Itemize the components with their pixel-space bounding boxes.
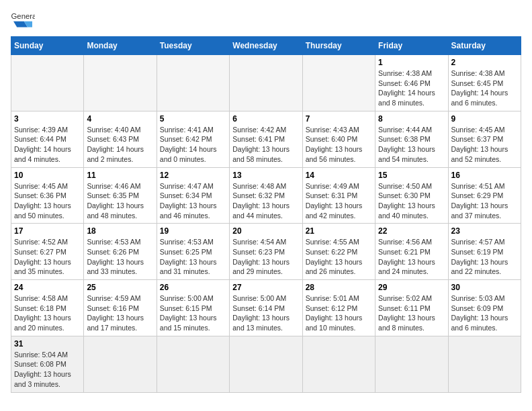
day-info: Sunrise: 4:42 AM Sunset: 6:41 PM Dayligh… [232,125,299,165]
day-info: Sunrise: 5:03 AM Sunset: 6:09 PM Dayligh… [451,293,518,333]
calendar-cell: 21Sunrise: 4:55 AM Sunset: 6:22 PM Dayli… [302,224,375,280]
calendar-cell: 16Sunrise: 4:51 AM Sunset: 6:29 PM Dayli… [448,167,521,224]
day-number: 24 [14,283,81,292]
calendar-cell: 30Sunrise: 5:03 AM Sunset: 6:09 PM Dayli… [448,280,521,336]
day-info: Sunrise: 4:54 AM Sunset: 6:23 PM Dayligh… [232,237,299,277]
calendar-cell [230,55,302,111]
calendar-week-row: 24Sunrise: 4:58 AM Sunset: 6:18 PM Dayli… [11,280,521,336]
day-number: 7 [306,114,372,124]
calendar-cell [302,55,375,111]
day-info: Sunrise: 4:52 AM Sunset: 6:27 PM Dayligh… [14,237,81,277]
day-info: Sunrise: 4:45 AM Sunset: 6:37 PM Dayligh… [451,125,518,165]
day-number: 6 [232,114,299,124]
generalblue-logo-icon: General [11,11,35,30]
calendar-cell [375,336,448,392]
day-info: Sunrise: 4:39 AM Sunset: 6:44 PM Dayligh… [14,125,81,165]
calendar-cell: 23Sunrise: 4:57 AM Sunset: 6:19 PM Dayli… [448,224,521,280]
calendar-week-row: 1Sunrise: 4:38 AM Sunset: 6:46 PM Daylig… [11,55,521,111]
day-info: Sunrise: 4:38 AM Sunset: 6:45 PM Dayligh… [451,68,518,108]
day-number: 29 [378,283,445,292]
day-number: 15 [378,171,445,180]
calendar-week-row: 31Sunrise: 5:04 AM Sunset: 6:08 PM Dayli… [11,336,521,392]
day-info: Sunrise: 5:00 AM Sunset: 6:15 PM Dayligh… [160,293,226,333]
day-info: Sunrise: 4:51 AM Sunset: 6:29 PM Dayligh… [451,181,518,221]
day-number: 13 [232,171,299,180]
day-of-week-header: Tuesday [157,37,229,55]
day-info: Sunrise: 4:49 AM Sunset: 6:31 PM Dayligh… [306,181,372,221]
calendar-cell: 13Sunrise: 4:48 AM Sunset: 6:32 PM Dayli… [230,167,302,224]
calendar-cell: 17Sunrise: 4:52 AM Sunset: 6:27 PM Dayli… [11,224,84,280]
calendar-cell: 20Sunrise: 4:54 AM Sunset: 6:23 PM Dayli… [230,224,302,280]
day-info: Sunrise: 4:38 AM Sunset: 6:46 PM Dayligh… [378,68,445,108]
day-info: Sunrise: 4:45 AM Sunset: 6:36 PM Dayligh… [14,181,81,221]
calendar-cell [448,336,521,392]
calendar-cell: 7Sunrise: 4:43 AM Sunset: 6:40 PM Daylig… [302,111,375,167]
day-info: Sunrise: 4:56 AM Sunset: 6:21 PM Dayligh… [378,237,445,277]
calendar-cell: 25Sunrise: 4:59 AM Sunset: 6:16 PM Dayli… [84,280,157,336]
day-number: 12 [160,171,226,180]
calendar-week-row: 3Sunrise: 4:39 AM Sunset: 6:44 PM Daylig… [11,111,521,167]
day-info: Sunrise: 4:59 AM Sunset: 6:16 PM Dayligh… [87,293,153,333]
calendar-cell [84,55,157,111]
day-number: 30 [451,283,518,292]
day-of-week-header: Saturday [448,37,521,55]
calendar-cell: 28Sunrise: 5:01 AM Sunset: 6:12 PM Dayli… [302,280,375,336]
day-info: Sunrise: 4:50 AM Sunset: 6:30 PM Dayligh… [378,181,445,221]
calendar-cell [157,336,229,392]
calendar-cell: 19Sunrise: 4:53 AM Sunset: 6:25 PM Dayli… [157,224,229,280]
day-info: Sunrise: 4:46 AM Sunset: 6:35 PM Dayligh… [87,181,153,221]
day-info: Sunrise: 4:43 AM Sunset: 6:40 PM Dayligh… [306,125,372,165]
calendar-cell: 11Sunrise: 4:46 AM Sunset: 6:35 PM Dayli… [84,167,157,224]
day-number: 26 [160,283,226,292]
day-info: Sunrise: 5:04 AM Sunset: 6:08 PM Dayligh… [14,350,81,390]
day-number: 27 [232,283,299,292]
day-info: Sunrise: 5:00 AM Sunset: 6:14 PM Dayligh… [232,293,299,333]
calendar-cell [302,336,375,392]
calendar-cell: 6Sunrise: 4:42 AM Sunset: 6:41 PM Daylig… [230,111,302,167]
day-info: Sunrise: 4:53 AM Sunset: 6:26 PM Dayligh… [87,237,153,277]
calendar-body: 1Sunrise: 4:38 AM Sunset: 6:46 PM Daylig… [11,55,521,393]
day-number: 9 [451,114,518,124]
calendar-cell [11,55,84,111]
day-info: Sunrise: 4:41 AM Sunset: 6:42 PM Dayligh… [160,125,226,165]
calendar-cell: 22Sunrise: 4:56 AM Sunset: 6:21 PM Dayli… [375,224,448,280]
calendar-cell: 1Sunrise: 4:38 AM Sunset: 6:46 PM Daylig… [375,55,448,111]
day-info: Sunrise: 4:44 AM Sunset: 6:38 PM Dayligh… [378,125,445,165]
day-info: Sunrise: 4:55 AM Sunset: 6:22 PM Dayligh… [306,237,372,277]
calendar-cell: 29Sunrise: 5:02 AM Sunset: 6:11 PM Dayli… [375,280,448,336]
day-info: Sunrise: 4:53 AM Sunset: 6:25 PM Dayligh… [160,237,226,277]
day-number: 3 [14,114,81,124]
calendar-cell: 31Sunrise: 5:04 AM Sunset: 6:08 PM Dayli… [11,336,84,392]
calendar-cell: 12Sunrise: 4:47 AM Sunset: 6:34 PM Dayli… [157,167,229,224]
calendar-cell: 4Sunrise: 4:40 AM Sunset: 6:43 PM Daylig… [84,111,157,167]
calendar-cell: 5Sunrise: 4:41 AM Sunset: 6:42 PM Daylig… [157,111,229,167]
calendar-cell: 9Sunrise: 4:45 AM Sunset: 6:37 PM Daylig… [448,111,521,167]
day-info: Sunrise: 5:02 AM Sunset: 6:11 PM Dayligh… [378,293,445,333]
day-number: 10 [14,171,81,180]
day-of-week-header: Friday [375,37,448,55]
day-info: Sunrise: 4:57 AM Sunset: 6:19 PM Dayligh… [451,237,518,277]
day-of-week-header: Thursday [302,37,375,55]
day-info: Sunrise: 4:47 AM Sunset: 6:34 PM Dayligh… [160,181,226,221]
day-number: 11 [87,171,153,180]
calendar-cell: 18Sunrise: 4:53 AM Sunset: 6:26 PM Dayli… [84,224,157,280]
day-of-week-header: Sunday [11,37,84,55]
calendar-week-row: 10Sunrise: 4:45 AM Sunset: 6:36 PM Dayli… [11,167,521,224]
day-number: 19 [160,226,226,236]
day-number: 16 [451,171,518,180]
calendar-cell: 10Sunrise: 4:45 AM Sunset: 6:36 PM Dayli… [11,167,84,224]
calendar-cell [84,336,157,392]
day-info: Sunrise: 5:01 AM Sunset: 6:12 PM Dayligh… [306,293,372,333]
day-number: 28 [306,283,372,292]
day-number: 31 [14,339,81,349]
day-number: 4 [87,114,153,124]
day-number: 22 [378,226,445,236]
calendar-header: SundayMondayTuesdayWednesdayThursdayFrid… [11,37,521,55]
svg-text:General: General [11,12,36,20]
day-info: Sunrise: 4:40 AM Sunset: 6:43 PM Dayligh… [87,125,153,165]
day-of-week-header: Wednesday [230,37,302,55]
calendar-cell: 24Sunrise: 4:58 AM Sunset: 6:18 PM Dayli… [11,280,84,336]
calendar-cell: 3Sunrise: 4:39 AM Sunset: 6:44 PM Daylig… [11,111,84,167]
day-number: 8 [378,114,445,124]
calendar-cell: 14Sunrise: 4:49 AM Sunset: 6:31 PM Dayli… [302,167,375,224]
